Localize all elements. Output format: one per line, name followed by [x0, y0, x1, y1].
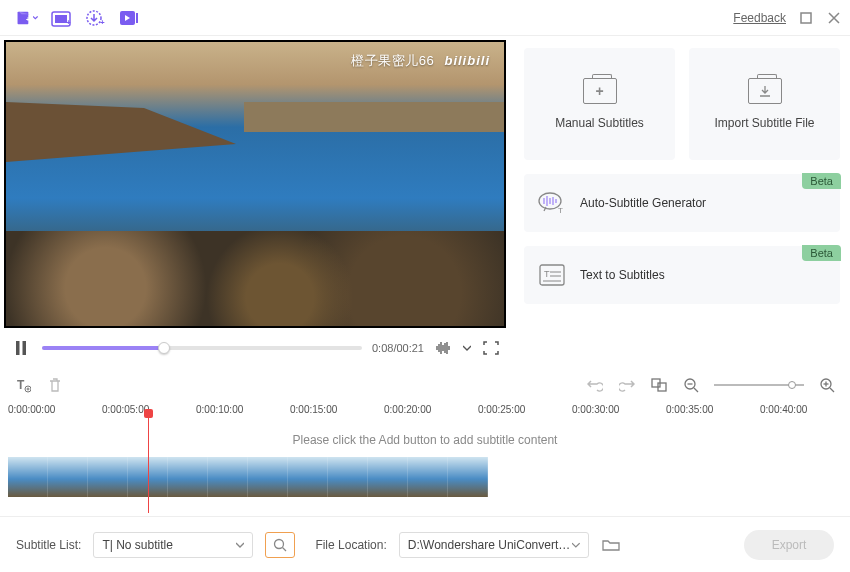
card-row-1: + Manual Subtitles Import Subtitle File [524, 48, 840, 160]
text-to-sub-label: Text to Subtitles [580, 268, 665, 282]
zoom-out-icon[interactable] [682, 376, 700, 394]
svg-text:T: T [17, 378, 25, 392]
seek-thumb[interactable] [158, 342, 170, 354]
export-button: Export [744, 530, 834, 560]
time-mark: 0:00:35:00 [666, 404, 760, 415]
text-to-sub-icon: T [538, 261, 566, 289]
time-mark: 0:00:20:00 [384, 404, 478, 415]
text-to-subtitles-card[interactable]: Beta T Text to Subtitles [524, 246, 840, 304]
svg-rect-12 [23, 341, 27, 355]
snap-icon[interactable] [650, 376, 668, 394]
watermark-logo: bilibili [444, 53, 490, 68]
video-preview[interactable]: 橙子果密儿66 bilibili [4, 40, 506, 328]
subtitle-list-select[interactable]: T| No subtitle [93, 532, 253, 558]
svg-text:T: T [558, 206, 563, 215]
timeline-ruler[interactable]: 0:00:00:00 0:00:05:00 0:00:10:00 0:00:15… [8, 402, 842, 419]
time-display: 0:08/00:21 [372, 342, 424, 354]
pause-button[interactable] [10, 337, 32, 359]
maximize-icon[interactable] [798, 10, 814, 26]
svg-text:+: + [66, 18, 71, 27]
beta-badge-2: Beta [802, 245, 841, 261]
zoom-in-icon[interactable] [818, 376, 836, 394]
close-icon[interactable] [826, 10, 842, 26]
open-folder-icon[interactable] [601, 536, 621, 554]
subtitle-list-label: Subtitle List: [16, 538, 81, 552]
time-mark: 0:00:30:00 [572, 404, 666, 415]
zoom-thumb[interactable] [788, 381, 796, 389]
main: 橙子果密儿66 bilibili 0:08/00:21 + [0, 36, 850, 368]
zoom-slider[interactable] [714, 384, 804, 386]
svg-rect-9 [136, 13, 138, 23]
timeline-toolbar: T [0, 368, 850, 402]
titlebar: + + + Feedback [0, 0, 850, 36]
manual-icon: + [583, 78, 617, 104]
feedback-link[interactable]: Feedback [733, 11, 786, 25]
timeline: 0:00:00:00 0:00:05:00 0:00:10:00 0:00:15… [0, 402, 850, 497]
fullscreen-icon[interactable] [482, 339, 500, 357]
svg-text:+: + [100, 18, 105, 27]
auto-subtitle-label: Auto-Subtitle Generator [580, 196, 706, 210]
video-track[interactable] [8, 457, 842, 497]
footer: Subtitle List: T| No subtitle File Locat… [0, 516, 850, 572]
import-subtitle-card[interactable]: Import Subtitle File [689, 48, 840, 160]
toolbar-left: T [14, 376, 64, 394]
undo-icon[interactable] [586, 376, 604, 394]
import-icon [748, 78, 782, 104]
auto-subtitle-icon: T [538, 189, 566, 217]
record-icon[interactable] [118, 7, 140, 29]
titlebar-right: Feedback [733, 10, 842, 26]
audio-waveform-icon[interactable] [434, 339, 452, 357]
redo-icon[interactable] [618, 376, 636, 394]
delete-icon[interactable] [46, 376, 64, 394]
time-mark: 0:00:00:00 [8, 404, 102, 415]
svg-line-28 [694, 388, 698, 392]
time-mark: 0:00:40:00 [760, 404, 850, 415]
svg-line-32 [830, 388, 834, 392]
file-location-label: File Location: [315, 538, 386, 552]
search-subtitle-button[interactable] [265, 532, 295, 558]
watermark-text: 橙子果密儿66 [351, 53, 434, 68]
download-icon[interactable]: + [84, 7, 106, 29]
toolbar-right [586, 376, 836, 394]
player-controls: 0:08/00:21 [0, 328, 510, 368]
timeline-hint: Please click the Add button to add subti… [8, 419, 842, 457]
beta-badge: Beta [802, 173, 841, 189]
track-thumbnails [8, 457, 488, 497]
time-mark: 0:00:15:00 [290, 404, 384, 415]
svg-text:+: + [26, 15, 30, 22]
add-folder-icon[interactable]: + [50, 7, 72, 29]
svg-line-34 [283, 547, 287, 551]
auto-subtitle-card[interactable]: Beta T Auto-Subtitle Generator [524, 174, 840, 232]
side-panel: + Manual Subtitles Import Subtitle File … [510, 36, 850, 368]
import-label: Import Subtitle File [714, 116, 814, 130]
video-area: 橙子果密儿66 bilibili 0:08/00:21 [0, 36, 510, 368]
svg-rect-10 [801, 13, 811, 23]
svg-point-33 [275, 539, 284, 548]
time-mark: 0:00:25:00 [478, 404, 572, 415]
time-mark: 0:00:10:00 [196, 404, 290, 415]
add-file-icon[interactable]: + [16, 7, 38, 29]
titlebar-left: + + + [8, 7, 140, 29]
svg-text:T: T [544, 269, 550, 279]
svg-rect-11 [16, 341, 20, 355]
video-watermark: 橙子果密儿66 bilibili [351, 52, 490, 70]
add-text-icon[interactable]: T [14, 376, 32, 394]
manual-label: Manual Subtitles [555, 116, 644, 130]
chevron-down-icon[interactable] [462, 339, 472, 357]
file-location-select[interactable]: D:\Wondershare UniConverter 1 [399, 532, 589, 558]
playhead[interactable] [148, 409, 149, 513]
manual-subtitles-card[interactable]: + Manual Subtitles [524, 48, 675, 160]
seek-slider[interactable] [42, 346, 362, 350]
